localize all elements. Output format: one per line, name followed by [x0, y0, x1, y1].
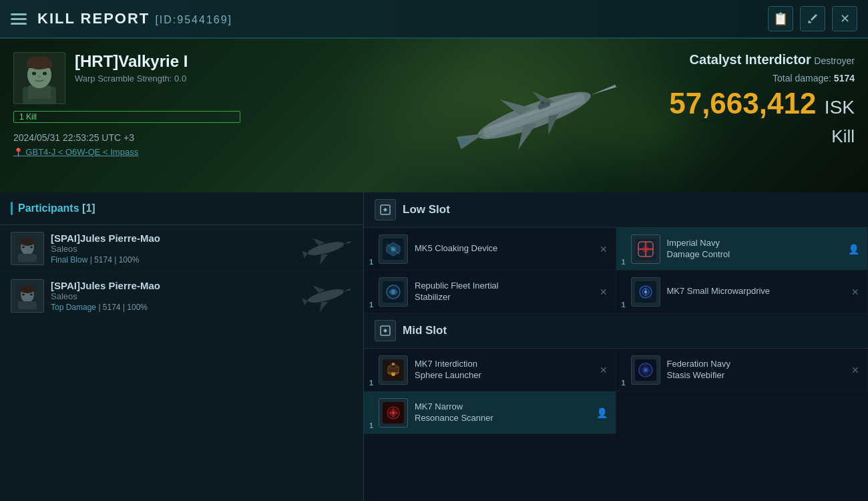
report-id: [ID:9544169]: [155, 14, 232, 25]
list-item: 1 Republic Fleet InertialStabilizer ✕: [364, 271, 616, 313]
share-button[interactable]: [800, 6, 825, 31]
remove-item-button[interactable]: ✕: [851, 287, 859, 297]
low-slot-section: Low Slot 1 MK5 Cloaking: [364, 192, 868, 313]
list-item: 1 MK7 NarrowResonance Scanner 👤: [364, 391, 616, 434]
svg-point-19: [20, 238, 35, 246]
list-item: 1 MK7 Small Microwarpdrive ✕: [616, 271, 869, 313]
participant-ship-icon: [299, 279, 353, 313]
header-buttons: 📋 ✕: [768, 6, 857, 31]
item-icon: [631, 277, 660, 307]
participants-panel: Participants [1] [SPAI]Jules Pierre-Mao …: [0, 192, 364, 501]
participants-header: Participants [1]: [0, 192, 363, 225]
svg-point-44: [644, 291, 647, 293]
owner-icon: 👤: [596, 407, 608, 418]
kill-location[interactable]: GBT4-J < O6W-QE < Impass: [13, 147, 240, 157]
ship-type: Catalyst Interdictor: [690, 52, 811, 67]
item-name: MK5 Cloaking Device: [415, 243, 593, 255]
svg-rect-6: [27, 63, 52, 68]
header-bar-accent: [11, 202, 13, 215]
mid-slot-header: Mid Slot: [364, 313, 868, 349]
hero-right-info: Catalyst Interdictor Destroyer Total dam…: [669, 52, 855, 147]
hero-left: [HRT]Valkyrie I Warp Scramble Strength: …: [0, 39, 254, 192]
participant-avatar: [11, 232, 44, 265]
mid-slot-title: Mid Slot: [403, 324, 447, 337]
hero-section: [HRT]Valkyrie I Warp Scramble Strength: …: [0, 39, 868, 192]
menu-icon[interactable]: [11, 13, 27, 25]
kill-date: 2024/05/31 22:53:25 UTC +3: [13, 132, 240, 143]
low-slot-items: 1 MK5 Cloaking Device ✕: [364, 228, 868, 313]
svg-point-22: [30, 246, 33, 248]
isk-row: 57,663,412 ISK: [669, 88, 855, 120]
list-item: 1 MK5 Cloaking Device ✕: [364, 228, 616, 271]
item-name: MK7 NarrowResonance Scanner: [415, 401, 590, 424]
remove-item-button[interactable]: ✕: [600, 287, 608, 297]
ship-class: Destroyer: [814, 55, 855, 66]
svg-rect-0: [808, 21, 811, 23]
owner-icon: 👤: [848, 244, 859, 255]
item-name: Federation NavyStasis Webifier: [667, 359, 845, 381]
list-item: 1 Federation NavyStasis Webifier ✕: [616, 349, 869, 391]
participant-info: [SPAI]Jules Pierre-Mao Saleos Top Damage…: [51, 280, 292, 312]
participant-stats: Final Blow | 5174 | 100%: [51, 255, 292, 265]
item-icon: [379, 355, 408, 385]
participant-name: [SPAI]Jules Pierre-Mao: [51, 280, 292, 291]
participant-stats: Top Damage | 5174 | 100%: [51, 303, 292, 312]
copy-button[interactable]: 📋: [768, 6, 793, 31]
svg-point-26: [20, 285, 35, 293]
svg-point-21: [22, 246, 25, 248]
list-item: 1 Imperial NavyDamage Control 👤: [616, 228, 869, 271]
item-name: Imperial NavyDamage Control: [667, 238, 842, 261]
mid-slot-section: Mid Slot 1: [364, 313, 868, 434]
isk-value: 57,663,412: [669, 87, 816, 120]
header: KILL REPORT [ID:9544169] 📋 ✕: [0, 0, 868, 39]
avatar: [13, 52, 65, 104]
total-damage-label: Total damage: 5174: [669, 73, 855, 84]
mid-slot-icon: [375, 320, 396, 341]
item-icon: [631, 355, 660, 385]
low-slot-title: Low Slot: [403, 203, 450, 216]
title-text: KILL REPORT: [37, 10, 150, 27]
participant-ship-icon: [299, 232, 353, 265]
kill-badge: 1 Kill: [13, 111, 240, 123]
svg-rect-36: [643, 246, 648, 252]
page-title: KILL REPORT [ID:9544169]: [37, 10, 768, 27]
remove-item-button[interactable]: ✕: [851, 365, 859, 375]
hero-avatar-row: [HRT]Valkyrie I Warp Scramble Strength: …: [13, 52, 240, 104]
isk-label: ISK: [825, 97, 855, 118]
remove-item-button[interactable]: ✕: [600, 244, 608, 255]
ship-type-name: Catalyst Interdictor Destroyer: [669, 52, 855, 67]
svg-rect-20: [18, 254, 37, 262]
participant-corp: Saleos: [51, 291, 292, 301]
item-icon: [379, 398, 408, 428]
participant-corp: Saleos: [51, 244, 292, 254]
participant-row: [SPAI]Jules Pierre-Mao Saleos Top Damage…: [0, 273, 363, 320]
remove-item-button[interactable]: ✕: [600, 365, 608, 375]
ship-image: [427, 59, 641, 172]
participant-avatar: [11, 279, 44, 313]
low-slot-header: Low Slot: [364, 192, 868, 228]
svg-rect-49: [392, 363, 395, 365]
svg-point-7: [32, 72, 36, 75]
svg-point-55: [644, 369, 647, 371]
item-name: MK7 Small Microwarpdrive: [667, 286, 845, 297]
result-label: Kill: [669, 126, 855, 147]
low-slot-icon: [375, 199, 396, 220]
slots-panel: Low Slot 1 MK5 Cloaking: [364, 192, 868, 501]
main-content: Participants [1] [SPAI]Jules Pierre-Mao …: [0, 192, 868, 501]
item-icon: [631, 234, 660, 264]
list-item: 1 MK7 InterdictionSphere Launcher ✕: [364, 349, 616, 391]
svg-point-8: [43, 72, 47, 75]
close-button[interactable]: ✕: [832, 6, 857, 31]
svg-point-29: [30, 294, 33, 296]
item-icon: [379, 234, 408, 264]
svg-rect-27: [18, 301, 37, 309]
item-name: MK7 InterdictionSphere Launcher: [415, 359, 593, 381]
participant-info: [SPAI]Jules Pierre-Mao Saleos Final Blow…: [51, 232, 292, 265]
mid-slot-items: 1 MK7 InterdictionSphere Launcher ✕: [364, 349, 868, 434]
item-name: Republic Fleet InertialStabilizer: [415, 281, 593, 303]
player-name: [HRT]Valkyrie I: [75, 52, 240, 71]
hero-name-block: [HRT]Valkyrie I Warp Scramble Strength: …: [75, 52, 240, 84]
warp-scramble: Warp Scramble Strength: 0.0: [75, 73, 240, 84]
svg-point-28: [22, 294, 25, 296]
participant-row: [SPAI]Jules Pierre-Mao Saleos Final Blow…: [0, 225, 363, 273]
